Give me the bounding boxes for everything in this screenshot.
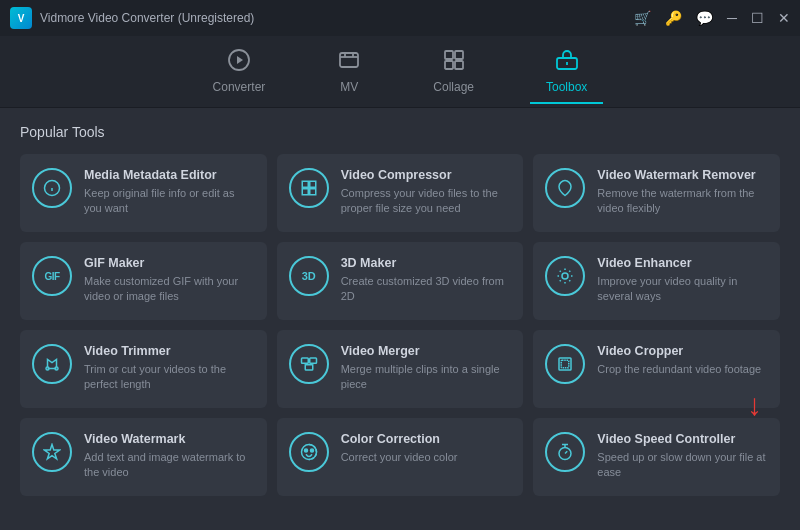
- tool-card-video-watermark[interactable]: Video Watermark Add text and image water…: [20, 418, 267, 496]
- video-cropper-name: Video Cropper: [597, 344, 761, 358]
- media-metadata-editor-desc: Keep original file info or edit as you w…: [84, 186, 255, 217]
- video-watermark-desc: Add text and image watermark to the vide…: [84, 450, 255, 481]
- titlebar-controls: 🛒 🔑 💬 ─ ☐ ✕: [634, 10, 790, 26]
- cart-icon[interactable]: 🛒: [634, 10, 651, 26]
- chat-icon[interactable]: 💬: [696, 10, 713, 26]
- video-trimmer-icon: [32, 344, 72, 384]
- video-merger-text: Video Merger Merge multiple clips into a…: [341, 344, 512, 393]
- tool-card-color-correction[interactable]: Color Correction Correct your video colo…: [277, 418, 524, 496]
- tool-card-video-watermark-remover[interactable]: Video Watermark Remover Remove the water…: [533, 154, 780, 232]
- nav-tab-mv[interactable]: MV: [321, 40, 377, 104]
- video-speed-controller-icon: [545, 432, 585, 472]
- collage-icon: [442, 48, 466, 76]
- svg-rect-23: [301, 358, 308, 363]
- svg-rect-29: [562, 360, 570, 368]
- video-trimmer-name: Video Trimmer: [84, 344, 255, 358]
- video-compressor-icon: [289, 168, 329, 208]
- video-compressor-desc: Compress your video files to the proper …: [341, 186, 512, 217]
- video-speed-controller-desc: Speed up or slow down your file at ease: [597, 450, 768, 481]
- video-merger-desc: Merge multiple clips into a single piece: [341, 362, 512, 393]
- video-compressor-text: Video Compressor Compress your video fil…: [341, 168, 512, 217]
- toolbox-label: Toolbox: [546, 80, 587, 94]
- tool-card-video-speed-controller[interactable]: Video Speed Controller Speed up or slow …: [533, 418, 780, 496]
- video-watermark-remover-icon: [545, 168, 585, 208]
- video-watermark-remover-name: Video Watermark Remover: [597, 168, 768, 182]
- svg-rect-24: [309, 358, 316, 363]
- tool-card-gif-maker[interactable]: GIF GIF Maker Make customized GIF with y…: [20, 242, 267, 320]
- titlebar-title: Vidmore Video Converter (Unregistered): [40, 11, 254, 25]
- svg-marker-1: [237, 56, 243, 64]
- mv-label: MV: [340, 80, 358, 94]
- video-speed-controller-name: Video Speed Controller: [597, 432, 768, 446]
- color-correction-desc: Correct your video color: [341, 450, 458, 465]
- video-compressor-name: Video Compressor: [341, 168, 512, 182]
- video-cropper-text: Video Cropper Crop the redundant video f…: [597, 344, 761, 377]
- video-enhancer-text: Video Enhancer Improve your video qualit…: [597, 256, 768, 305]
- nav-tab-toolbox[interactable]: Toolbox: [530, 40, 603, 104]
- converter-label: Converter: [213, 80, 266, 94]
- svg-rect-7: [455, 51, 463, 59]
- svg-point-19: [562, 273, 568, 279]
- svg-rect-18: [309, 189, 315, 195]
- close-icon[interactable]: ✕: [778, 10, 790, 26]
- 3d-maker-name: 3D Maker: [341, 256, 512, 270]
- tool-card-video-merger[interactable]: Video Merger Merge multiple clips into a…: [277, 330, 524, 408]
- svg-rect-16: [309, 181, 315, 187]
- tool-card-3d-maker[interactable]: 3D 3D Maker Create customized 3D video f…: [277, 242, 524, 320]
- svg-point-31: [304, 449, 307, 452]
- tool-card-video-trimmer[interactable]: Video Trimmer Trim or cut your videos to…: [20, 330, 267, 408]
- tools-grid: Media Metadata Editor Keep original file…: [20, 154, 780, 496]
- gif-maker-text: GIF Maker Make customized GIF with your …: [84, 256, 255, 305]
- tool-card-media-metadata-editor[interactable]: Media Metadata Editor Keep original file…: [20, 154, 267, 232]
- video-cropper-desc: Crop the redundant video footage: [597, 362, 761, 377]
- video-enhancer-icon: [545, 256, 585, 296]
- svg-rect-17: [302, 189, 308, 195]
- titlebar-left: V Vidmore Video Converter (Unregistered): [10, 7, 254, 29]
- media-metadata-editor-icon: [32, 168, 72, 208]
- gif-maker-desc: Make customized GIF with your video or i…: [84, 274, 255, 305]
- video-watermark-name: Video Watermark: [84, 432, 255, 446]
- video-watermark-text: Video Watermark Add text and image water…: [84, 432, 255, 481]
- svg-rect-8: [445, 61, 453, 69]
- titlebar: V Vidmore Video Converter (Unregistered)…: [0, 0, 800, 36]
- media-metadata-editor-text: Media Metadata Editor Keep original file…: [84, 168, 255, 217]
- main-content: Popular Tools Media Metadata Editor Keep…: [0, 108, 800, 512]
- tool-card-video-compressor[interactable]: Video Compressor Compress your video fil…: [277, 154, 524, 232]
- svg-line-34: [565, 451, 567, 453]
- video-cropper-icon: [545, 344, 585, 384]
- video-merger-icon: [289, 344, 329, 384]
- collage-label: Collage: [433, 80, 474, 94]
- tool-card-video-cropper[interactable]: Video Cropper Crop the redundant video f…: [533, 330, 780, 408]
- svg-rect-9: [455, 61, 463, 69]
- tool-card-video-enhancer[interactable]: Video Enhancer Improve your video qualit…: [533, 242, 780, 320]
- 3d-maker-text: 3D Maker Create customized 3D video from…: [341, 256, 512, 305]
- nav-tab-collage[interactable]: Collage: [417, 40, 490, 104]
- nav-tab-converter[interactable]: Converter: [197, 40, 282, 104]
- video-watermark-remover-text: Video Watermark Remover Remove the water…: [597, 168, 768, 217]
- gif-maker-icon: GIF: [32, 256, 72, 296]
- key-icon[interactable]: 🔑: [665, 10, 682, 26]
- video-trimmer-desc: Trim or cut your videos to the perfect l…: [84, 362, 255, 393]
- toolbox-icon: [555, 48, 579, 76]
- svg-point-32: [310, 449, 313, 452]
- svg-rect-15: [302, 181, 308, 187]
- app-logo: V: [10, 7, 32, 29]
- video-merger-name: Video Merger: [341, 344, 512, 358]
- 3d-maker-desc: Create customized 3D video from 2D: [341, 274, 512, 305]
- 3d-maker-icon: 3D: [289, 256, 329, 296]
- svg-rect-25: [305, 365, 313, 370]
- restore-icon[interactable]: ☐: [751, 10, 764, 26]
- svg-rect-2: [340, 53, 358, 67]
- nav-bar: Converter MV Collage Toolbox: [0, 36, 800, 108]
- video-watermark-remover-desc: Remove the watermark from the video flex…: [597, 186, 768, 217]
- video-watermark-icon: [32, 432, 72, 472]
- video-enhancer-name: Video Enhancer: [597, 256, 768, 270]
- mv-icon: [337, 48, 361, 76]
- section-title: Popular Tools: [20, 124, 780, 140]
- gif-maker-name: GIF Maker: [84, 256, 255, 270]
- converter-icon: [227, 48, 251, 76]
- video-enhancer-desc: Improve your video quality in several wa…: [597, 274, 768, 305]
- minimize-icon[interactable]: ─: [727, 10, 737, 26]
- video-trimmer-text: Video Trimmer Trim or cut your videos to…: [84, 344, 255, 393]
- color-correction-name: Color Correction: [341, 432, 458, 446]
